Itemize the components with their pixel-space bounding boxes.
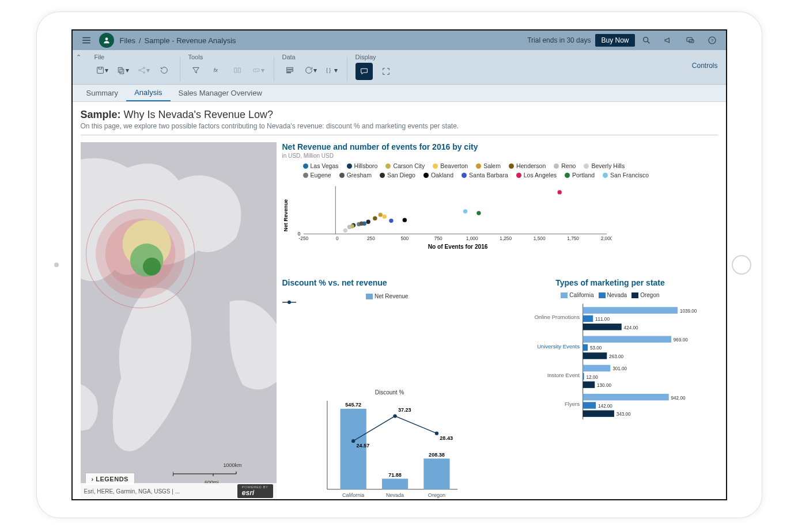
avatar[interactable] — [99, 33, 114, 48]
filter-icon[interactable] — [188, 63, 203, 78]
svg-text:0: 0 — [336, 235, 339, 241]
ribbon-group-file: File — [94, 54, 172, 60]
barh-legend: California Nevada Oregon — [503, 292, 718, 298]
svg-text:fx: fx — [213, 67, 218, 73]
svg-text:2,000: 2,000 — [600, 235, 612, 241]
svg-text:University Events: University Events — [537, 343, 580, 349]
refresh-icon[interactable]: ▾ — [303, 63, 318, 78]
ribbon: ⌃ File ▾ ▾ ▾ Tools fx ▾ — [73, 50, 726, 85]
svg-text:1,000: 1,000 — [466, 235, 478, 241]
svg-rect-17 — [286, 72, 290, 73]
tab-summary[interactable]: Summary — [78, 85, 127, 101]
page-subtitle: On this page, we explore two possible fa… — [81, 122, 718, 130]
svg-text:24.57: 24.57 — [356, 442, 369, 448]
menu-icon[interactable] — [80, 33, 93, 47]
svg-point-42 — [343, 229, 347, 233]
svg-rect-90 — [583, 336, 671, 343]
svg-text:969.00: 969.00 — [673, 337, 687, 343]
scatter-chart[interactable]: Net Revenue and number of events for 201… — [282, 142, 718, 275]
ribbon-group-tools: Tools — [188, 54, 266, 60]
svg-point-44 — [359, 222, 363, 226]
geo-map[interactable]: › LEGENDS 1000km 600mi Esri, HERE, Garmi… — [81, 142, 277, 499]
svg-rect-6 — [97, 67, 103, 74]
svg-text:Online Promotions: Online Promotions — [534, 314, 580, 321]
svg-text:424.00: 424.00 — [623, 325, 638, 330]
svg-rect-14 — [238, 68, 240, 73]
svg-point-63 — [288, 301, 291, 304]
svg-point-0 — [105, 37, 108, 40]
svg-text:California: California — [342, 492, 365, 497]
svg-text:1,500: 1,500 — [533, 235, 545, 241]
map-attribution: Esri, HERE, Garmin, NGA, USGS | ... — [84, 488, 180, 495]
breadcrumb-root[interactable]: Files — [120, 36, 135, 45]
svg-point-79 — [434, 431, 438, 435]
svg-rect-8 — [120, 69, 124, 74]
svg-rect-72 — [423, 458, 449, 489]
svg-text:942.00: 942.00 — [671, 396, 685, 401]
svg-rect-15 — [286, 67, 293, 69]
barh-chart[interactable]: Types of marketing per state California … — [503, 278, 718, 499]
svg-rect-92 — [583, 344, 587, 351]
breadcrumb-current: Sample - Revenue Analysis — [145, 36, 236, 45]
svg-text:28.43: 28.43 — [440, 435, 453, 440]
svg-point-50 — [463, 209, 467, 213]
dataset-icon[interactable] — [282, 63, 297, 78]
svg-text:343.00: 343.00 — [616, 412, 630, 417]
variable-icon[interactable]: { }▾ — [324, 63, 339, 78]
esri-logo: POWERED BYesri — [237, 484, 273, 498]
link-icon[interactable]: ▾ — [251, 63, 266, 78]
tablet-home-button[interactable] — [732, 255, 751, 275]
svg-rect-83 — [583, 307, 677, 314]
svg-text:750: 750 — [434, 235, 442, 241]
svg-text:12.00: 12.00 — [586, 375, 598, 380]
svg-point-47 — [389, 219, 393, 223]
help-icon[interactable]: ? — [705, 33, 719, 47]
svg-text:37.23: 37.23 — [398, 407, 411, 413]
megaphone-icon[interactable] — [661, 33, 675, 47]
fullscreen-icon[interactable] — [379, 64, 394, 79]
chat-icon[interactable] — [683, 33, 697, 47]
svg-rect-108 — [583, 411, 614, 417]
svg-text:208.38: 208.38 — [429, 452, 445, 458]
svg-point-75 — [351, 439, 355, 442]
reset-icon[interactable] — [157, 63, 172, 78]
svg-text:?: ? — [710, 38, 713, 43]
controls-link[interactable]: Controls — [692, 62, 718, 70]
svg-text:Oregon: Oregon — [428, 492, 445, 497]
collapse-ribbon-icon[interactable]: ⌃ — [76, 54, 81, 61]
page-tabs: Summary Analysis Sales Manager Overview — [73, 85, 726, 102]
svg-text:53.00: 53.00 — [589, 346, 602, 351]
svg-point-46 — [402, 218, 406, 222]
svg-point-9 — [138, 70, 140, 71]
tab-overview[interactable]: Sales Manager Overview — [171, 85, 270, 101]
svg-point-45 — [366, 219, 370, 223]
svg-text:1039.00: 1039.00 — [679, 309, 697, 314]
share-icon[interactable]: ▾ — [136, 63, 151, 78]
svg-rect-66 — [340, 409, 366, 489]
svg-text:1,750: 1,750 — [567, 235, 579, 241]
svg-point-10 — [143, 67, 145, 69]
svg-point-1 — [643, 37, 648, 42]
svg-text:{ }: { } — [326, 67, 331, 73]
buy-now-button[interactable]: Buy Now — [595, 34, 634, 47]
page-title: Sample: Why Is Nevada's Revenue Low? — [81, 109, 718, 121]
search-icon[interactable] — [640, 33, 653, 47]
formula-icon[interactable]: fx — [209, 63, 224, 78]
comment-mode-icon[interactable] — [355, 63, 373, 80]
svg-point-48 — [557, 190, 561, 194]
trial-text: Trial ends in 30 days — [527, 36, 591, 44]
svg-rect-16 — [286, 70, 293, 71]
svg-point-25 — [143, 257, 161, 275]
svg-point-49 — [476, 211, 481, 215]
tab-analysis[interactable]: Analysis — [126, 85, 170, 101]
svg-text:111.00: 111.00 — [595, 317, 610, 322]
save-icon[interactable]: ▾ — [94, 63, 109, 78]
prompt-icon[interactable] — [230, 63, 245, 78]
svg-point-41 — [347, 225, 351, 229]
copy-icon[interactable]: ▾ — [115, 63, 130, 78]
svg-rect-13 — [234, 68, 236, 73]
svg-point-77 — [393, 414, 396, 417]
svg-text:-250: -250 — [298, 235, 308, 241]
combo-chart[interactable]: Discount % vs. net revenue Net Revenue D… — [282, 278, 497, 499]
svg-rect-69 — [381, 478, 407, 489]
